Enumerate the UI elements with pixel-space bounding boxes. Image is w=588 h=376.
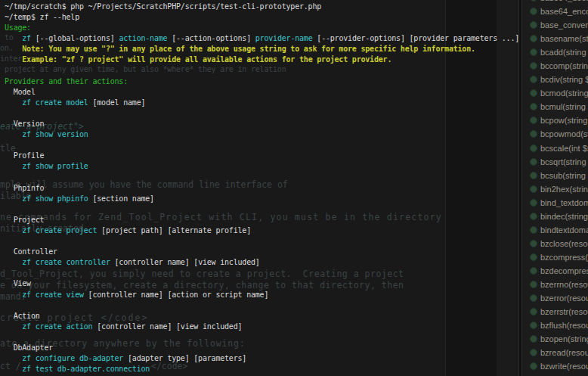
screen: { "palette": { "terminal_bg": "#191919",… bbox=[0, 0, 588, 376]
terminal-line: Controller bbox=[5, 247, 519, 257]
terminal-text-span: zf show phpinfo bbox=[22, 194, 88, 203]
terminal-line: zf configure db-adapter [adapter type] [… bbox=[5, 353, 519, 364]
terminal-text-span: Usage: bbox=[5, 23, 31, 32]
terminal-text-span bbox=[5, 45, 22, 53]
function-bullet-icon bbox=[530, 281, 537, 288]
function-list[interactable]: base64_decode(strinbase64_encode(strinba… bbox=[522, 0, 588, 376]
function-bullet-icon bbox=[530, 103, 537, 110]
terminal-line bbox=[5, 66, 519, 76]
function-bullet-icon bbox=[530, 253, 537, 261]
terminal-text-span: Note: You may use "?" in any place of th… bbox=[22, 45, 475, 53]
function-list-item[interactable]: bzwrite(resource $ bbox=[522, 359, 588, 373]
function-bullet-icon bbox=[530, 76, 537, 83]
function-list-item[interactable]: bindtextdomain(str bbox=[522, 223, 588, 237]
terminal-text-span: zf create action bbox=[22, 322, 92, 331]
function-bullet-icon bbox=[530, 48, 537, 56]
terminal-line: Version bbox=[5, 119, 519, 129]
terminal-text-span: Profile bbox=[5, 151, 44, 160]
function-bullet-icon bbox=[530, 158, 537, 166]
function-list-item[interactable]: bcsub(string $left, bbox=[522, 169, 588, 182]
terminal-line bbox=[5, 108, 519, 119]
terminal-text-span: Controller bbox=[5, 247, 57, 256]
terminal-text-span: zf create view bbox=[22, 291, 84, 299]
terminal-output[interactable]: ~/tmp/scratch$ php ~/Projects/ScratchPHP… bbox=[5, 0, 519, 374]
terminal-text-span: zf show version bbox=[22, 130, 88, 138]
function-name: bzclose(resource $ bbox=[540, 239, 588, 248]
function-name: bzerror(resource $ bbox=[540, 294, 588, 303]
function-list-item[interactable]: bccomp(string $left bbox=[522, 59, 588, 73]
function-name: bindtextdomain(str bbox=[540, 225, 588, 235]
terminal-text-span: [--provider-options] [provider parameter… bbox=[313, 34, 520, 42]
function-list-item[interactable]: bzclose(resource $ bbox=[522, 237, 588, 250]
terminal-line: zf create action [controller name] [view… bbox=[5, 322, 519, 332]
terminal-line bbox=[5, 332, 519, 343]
function-list-item[interactable]: bzerror(resource $ bbox=[522, 291, 588, 305]
terminal-text-span: [controller name] [action or script name… bbox=[84, 291, 268, 299]
terminal-text-span bbox=[5, 322, 22, 331]
terminal-line bbox=[5, 172, 519, 183]
function-list-item[interactable]: bcscale(int $scale) bbox=[522, 141, 588, 155]
function-list-item[interactable]: base_convert(string bbox=[522, 18, 588, 32]
function-list-item[interactable]: bcadd(string $left, bbox=[522, 45, 588, 59]
terminal-text-span: [project path] [alternate profile] bbox=[97, 226, 251, 235]
function-list-item[interactable]: bin2hex(string $str bbox=[522, 182, 588, 196]
function-list-item[interactable]: cal_days_in_month bbox=[522, 373, 588, 376]
function-list-item[interactable]: bcpowmod(string $ bbox=[522, 127, 588, 141]
function-list-item[interactable]: bzflush(resource $ bbox=[522, 319, 588, 332]
terminal-text-span: [controller name] [view included] bbox=[110, 258, 260, 266]
terminal-text-span bbox=[5, 130, 22, 138]
terminal-line: ~/tmp/scratch$ php ~/Projects/ScratchPHP… bbox=[5, 2, 519, 12]
function-list-item[interactable]: bzread(resource $b bbox=[522, 346, 588, 359]
function-list-item[interactable]: bcdiv(string $left, bbox=[522, 73, 588, 86]
terminal-text-span: [model name] bbox=[88, 98, 146, 107]
function-list-item[interactable]: base64_encode(strin bbox=[522, 5, 588, 18]
function-list-item[interactable]: bindec(string $bina bbox=[522, 210, 588, 223]
function-name: bzread(resource $b bbox=[540, 348, 588, 357]
function-list-item[interactable]: bzdecompress(stri bbox=[522, 264, 588, 278]
function-list-item[interactable]: bzerrno(resource $ bbox=[522, 278, 588, 291]
function-list-item[interactable]: basename(string $p bbox=[522, 32, 588, 45]
function-list-item[interactable]: bind_textdomain_c bbox=[522, 196, 588, 210]
function-list-item[interactable]: bzopen(string $file bbox=[522, 332, 588, 346]
function-name: bcdiv(string $left, bbox=[540, 75, 588, 84]
function-bullet-icon bbox=[530, 130, 537, 138]
function-bullet-icon bbox=[530, 240, 537, 247]
function-bullet-icon bbox=[530, 199, 537, 207]
function-list-item[interactable]: bcpow(string $base bbox=[522, 113, 588, 127]
function-name: base64_decode(strin bbox=[540, 0, 588, 2]
terminal-text-span: Project bbox=[5, 216, 44, 224]
terminal-text-span: Example: "zf ? project" will provide all… bbox=[22, 55, 391, 64]
function-list-item[interactable]: bcmul(string $left, bbox=[522, 100, 588, 113]
terminal-line: Action bbox=[5, 311, 519, 322]
function-bullet-icon bbox=[530, 294, 537, 302]
terminal-line: Phpinfo bbox=[5, 183, 519, 194]
terminal-text-span: Version bbox=[5, 120, 44, 128]
terminal-line bbox=[5, 204, 519, 215]
function-bullet-icon bbox=[530, 349, 537, 356]
function-list-item[interactable]: bzerrstr(resource $ bbox=[522, 305, 588, 319]
function-bullet-icon bbox=[530, 335, 537, 343]
function-list-item[interactable]: bzcompress(string bbox=[522, 250, 588, 264]
function-list-item[interactable]: bcsqrt(string $num bbox=[522, 155, 588, 169]
terminal-text-span: zf configure db-adapter bbox=[22, 354, 123, 362]
terminal-line: Model bbox=[5, 87, 519, 98]
function-name: bin2hex(string $str bbox=[540, 185, 588, 194]
terminal-line bbox=[5, 300, 519, 311]
function-bullet-icon bbox=[530, 62, 537, 70]
function-name: bcpow(string $base bbox=[540, 116, 588, 125]
terminal-text-span: [--action-options] bbox=[167, 34, 255, 42]
function-name: bcsqrt(string $num bbox=[540, 157, 588, 166]
terminal-line: Example: "zf ? project" will provide all… bbox=[5, 54, 519, 65]
terminal-text-span bbox=[5, 226, 22, 235]
function-name: bindec(string $bina bbox=[540, 212, 588, 221]
terminal-text-span: Phpinfo bbox=[5, 184, 44, 192]
function-bullet-icon bbox=[530, 308, 537, 315]
function-list-item[interactable]: bcmod(string $left, bbox=[522, 86, 588, 100]
terminal-line: zf test db-adapter.connection bbox=[5, 364, 519, 374]
terminal-text-span: zf bbox=[22, 34, 31, 42]
function-bullet-icon bbox=[530, 35, 537, 42]
function-name: base_convert(string bbox=[540, 20, 588, 30]
terminal-line: ~/temp$ zf --help bbox=[5, 12, 519, 23]
terminal-text-span bbox=[5, 365, 22, 373]
terminal-text-span: Action bbox=[5, 312, 40, 320]
